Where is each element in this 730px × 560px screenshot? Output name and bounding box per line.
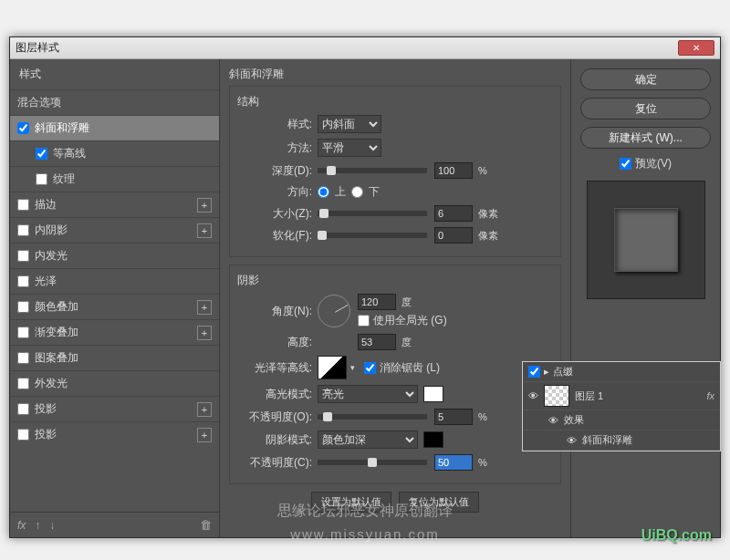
- layer-thumbnail[interactable]: [544, 385, 569, 407]
- depth-label: 深度(D):: [237, 163, 318, 179]
- effects-row[interactable]: 👁 效果: [523, 410, 720, 430]
- grad-overlay-checkbox[interactable]: [17, 327, 29, 338]
- outer-glow-checkbox[interactable]: [17, 378, 29, 389]
- direction-label: 方向:: [237, 184, 318, 200]
- sh-opacity-unit: %: [478, 457, 487, 468]
- size-slider[interactable]: [318, 211, 427, 216]
- satin-row[interactable]: 光泽: [10, 268, 219, 294]
- color-overlay-checkbox[interactable]: [17, 301, 29, 313]
- highlight-mode-select[interactable]: 亮光: [318, 385, 418, 403]
- bevel-settings-panel: 斜面和浮雕 结构 样式: 内斜面 方法: 平滑 深度(D): %: [220, 59, 570, 537]
- angle-input[interactable]: [358, 294, 396, 310]
- angle-label: 角度(N):: [237, 304, 318, 319]
- depth-input[interactable]: [434, 162, 473, 179]
- eye-icon-bevel[interactable]: 👁: [567, 435, 577, 446]
- add-drop-shadow-icon[interactable]: +: [197, 402, 212, 417]
- layer-row[interactable]: 👁 图层 1 fx: [523, 382, 720, 410]
- inner-shadow-checkbox[interactable]: [17, 224, 29, 236]
- grad-overlay-row[interactable]: 渐变叠加 +: [10, 319, 219, 345]
- color-overlay-row[interactable]: 颜色叠加 +: [10, 294, 219, 319]
- blending-options-row[interactable]: 混合选项: [10, 89, 219, 115]
- preview-checkbox[interactable]: [620, 158, 631, 170]
- contour-row[interactable]: 等高线: [10, 140, 219, 166]
- sh-opacity-label: 不透明度(C):: [237, 455, 318, 471]
- depth-unit: %: [478, 165, 487, 176]
- styles-footer: fx ↑ ↓ 🗑: [10, 512, 219, 537]
- structure-title: 结构: [237, 94, 553, 109]
- pattern-overlay-checkbox[interactable]: [17, 352, 29, 364]
- stroke-row[interactable]: 描边 +: [10, 192, 219, 217]
- angle-dial[interactable]: [318, 295, 350, 327]
- shadow-mode-select[interactable]: 颜色加深: [318, 430, 418, 449]
- style-select[interactable]: 内斜面: [318, 115, 381, 133]
- shadow-mode-label: 阴影模式:: [237, 432, 318, 448]
- technique-label: 方法:: [237, 140, 318, 156]
- size-label: 大小(Z):: [237, 206, 318, 222]
- inner-glow-row[interactable]: 内发光: [10, 243, 219, 268]
- inner-glow-checkbox[interactable]: [17, 250, 29, 262]
- altitude-input[interactable]: [358, 334, 396, 350]
- styles-list: 样式 混合选项 斜面和浮雕 等高线 纹理 描边 + 内阴影: [10, 59, 220, 537]
- texture-checkbox[interactable]: [36, 173, 47, 185]
- eye-icon[interactable]: 👁: [528, 390, 538, 401]
- cancel-button[interactable]: 复位: [580, 98, 711, 119]
- eye-icon-effects[interactable]: 👁: [548, 415, 558, 426]
- drop-shadow2-row[interactable]: 投影 +: [10, 421, 219, 447]
- soften-input[interactable]: [434, 227, 473, 244]
- layers-popup[interactable]: ▸ 点缀 👁 图层 1 fx 👁 效果 👁 斜面和浮雕: [522, 361, 721, 451]
- gloss-dropdown-icon[interactable]: ▾: [350, 363, 355, 372]
- pattern-overlay-row[interactable]: 图案叠加: [10, 345, 219, 370]
- ok-button[interactable]: 确定: [580, 68, 711, 90]
- add-inner-shadow-icon[interactable]: +: [197, 223, 212, 238]
- move-down-icon[interactable]: ↓: [49, 519, 55, 532]
- close-button[interactable]: ✕: [678, 40, 714, 56]
- soften-slider[interactable]: [318, 233, 427, 238]
- fx-icon[interactable]: fx: [17, 519, 26, 532]
- hl-opacity-input[interactable]: [434, 409, 473, 425]
- highlight-color-swatch[interactable]: [423, 386, 443, 402]
- preview-label: 预览(V): [635, 156, 672, 171]
- contour-checkbox[interactable]: [36, 148, 47, 160]
- titlebar[interactable]: 图层样式 ✕: [10, 37, 720, 59]
- new-style-button[interactable]: 新建样式 (W)...: [580, 127, 711, 149]
- direction-down-radio[interactable]: [351, 186, 363, 198]
- drop-shadow-row[interactable]: 投影 +: [10, 396, 219, 421]
- add-drop-shadow2-icon[interactable]: +: [197, 428, 212, 442]
- size-input[interactable]: [434, 205, 473, 222]
- texture-row[interactable]: 纹理: [10, 166, 219, 192]
- gloss-contour-swatch[interactable]: [318, 356, 347, 379]
- technique-select[interactable]: 平滑: [318, 139, 381, 157]
- panel-title: 斜面和浮雕: [229, 67, 561, 82]
- soften-label: 软化(F):: [237, 228, 318, 244]
- drop-shadow2-checkbox[interactable]: [17, 429, 29, 441]
- bevel-emboss-row[interactable]: 斜面和浮雕: [10, 115, 219, 140]
- inner-shadow-row[interactable]: 内阴影 +: [10, 217, 219, 243]
- layers-popup-header[interactable]: ▸ 点缀: [523, 362, 720, 382]
- hl-opacity-slider[interactable]: [318, 414, 427, 420]
- altitude-unit: 度: [402, 336, 412, 349]
- add-grad-overlay-icon[interactable]: +: [197, 326, 212, 340]
- move-up-icon[interactable]: ↑: [35, 519, 40, 532]
- group-visibility-checkbox[interactable]: [528, 366, 540, 378]
- sh-opacity-slider[interactable]: [318, 460, 427, 465]
- outer-glow-row[interactable]: 外发光: [10, 370, 219, 396]
- make-default-button[interactable]: 设置为默认值: [311, 492, 391, 513]
- direction-up-radio[interactable]: [318, 186, 329, 198]
- stroke-checkbox[interactable]: [17, 199, 29, 211]
- depth-slider[interactable]: [318, 168, 427, 173]
- right-panel: 确定 复位 新建样式 (W)... 预览(V): [570, 59, 720, 537]
- reset-default-button[interactable]: 复位为默认值: [399, 492, 479, 513]
- trash-icon[interactable]: 🗑: [200, 518, 212, 532]
- shading-title: 阴影: [237, 273, 553, 288]
- bevel-checkbox[interactable]: [17, 122, 29, 134]
- add-color-overlay-icon[interactable]: +: [197, 300, 212, 315]
- antialias-checkbox[interactable]: [364, 362, 376, 374]
- shadow-color-swatch[interactable]: [423, 431, 443, 448]
- add-stroke-icon[interactable]: +: [197, 198, 212, 213]
- satin-checkbox[interactable]: [17, 275, 29, 287]
- global-light-checkbox[interactable]: [358, 315, 370, 327]
- drop-shadow-checkbox[interactable]: [17, 403, 29, 415]
- bevel-effect-row[interactable]: 👁 斜面和浮雕: [523, 430, 720, 451]
- sh-opacity-input[interactable]: [434, 454, 473, 471]
- preview-swatch: [614, 208, 678, 272]
